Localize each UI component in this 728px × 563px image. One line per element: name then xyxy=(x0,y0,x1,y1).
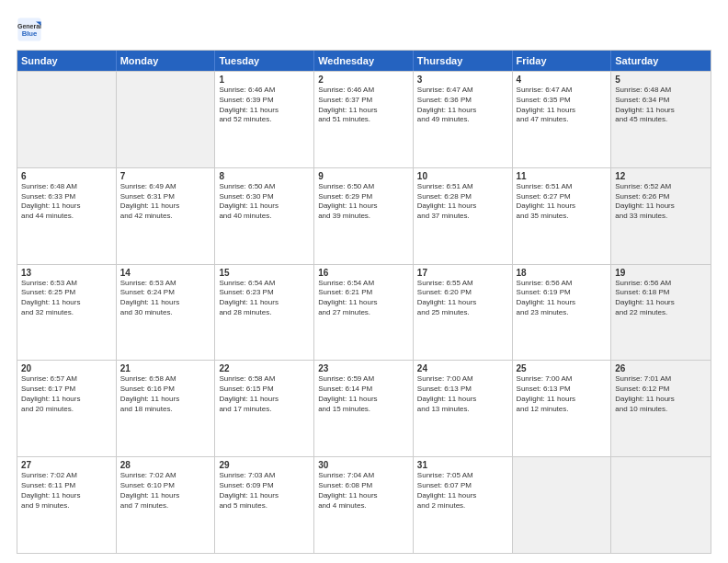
day-info: Sunrise: 6:48 AM Sunset: 6:34 PM Dayligh… xyxy=(615,86,707,125)
calendar-cell: 29Sunrise: 7:03 AM Sunset: 6:09 PM Dayli… xyxy=(215,457,314,553)
calendar-cell: 23Sunrise: 6:59 AM Sunset: 6:14 PM Dayli… xyxy=(314,361,414,456)
calendar-cell: 22Sunrise: 6:58 AM Sunset: 6:15 PM Dayli… xyxy=(215,361,314,456)
calendar-header-cell: Thursday xyxy=(414,51,513,71)
calendar-cell: 8Sunrise: 6:50 AM Sunset: 6:30 PM Daylig… xyxy=(215,168,314,264)
calendar: SundayMondayTuesdayWednesdayThursdayFrid… xyxy=(17,50,711,554)
day-number: 8 xyxy=(219,171,310,181)
day-number: 1 xyxy=(219,75,310,85)
calendar-cell: 9Sunrise: 6:50 AM Sunset: 6:29 PM Daylig… xyxy=(314,168,414,264)
calendar-cell: 27Sunrise: 7:02 AM Sunset: 6:11 PM Dayli… xyxy=(17,457,117,553)
page: General Blue SundayMondayTuesdayWednesda… xyxy=(0,0,728,563)
day-number: 16 xyxy=(318,268,409,278)
day-info: Sunrise: 7:00 AM Sunset: 6:13 PM Dayligh… xyxy=(417,374,508,414)
day-info: Sunrise: 6:55 AM Sunset: 6:20 PM Dayligh… xyxy=(417,279,508,318)
calendar-header-cell: Friday xyxy=(513,51,612,71)
calendar-cell: 21Sunrise: 6:58 AM Sunset: 6:16 PM Dayli… xyxy=(117,361,216,456)
day-info: Sunrise: 7:02 AM Sunset: 6:11 PM Dayligh… xyxy=(21,471,112,511)
day-number: 21 xyxy=(120,363,211,373)
calendar-cell: 18Sunrise: 6:56 AM Sunset: 6:19 PM Dayli… xyxy=(513,265,612,361)
calendar-header-cell: Saturday xyxy=(611,51,711,71)
calendar-week-row: 27Sunrise: 7:02 AM Sunset: 6:11 PM Dayli… xyxy=(17,456,711,553)
day-info: Sunrise: 7:01 AM Sunset: 6:12 PM Dayligh… xyxy=(615,374,707,414)
logo-icon: General Blue xyxy=(17,17,42,42)
day-info: Sunrise: 6:53 AM Sunset: 6:24 PM Dayligh… xyxy=(120,279,211,318)
calendar-header-cell: Sunday xyxy=(17,51,117,71)
calendar-cell: 13Sunrise: 6:53 AM Sunset: 6:25 PM Dayli… xyxy=(17,265,117,361)
day-number: 11 xyxy=(517,171,608,181)
day-number: 30 xyxy=(318,460,409,470)
day-number: 2 xyxy=(318,75,409,85)
day-number: 12 xyxy=(615,171,707,181)
day-number: 15 xyxy=(219,268,310,278)
calendar-cell: 19Sunrise: 6:56 AM Sunset: 6:18 PM Dayli… xyxy=(611,265,711,361)
calendar-cell: 17Sunrise: 6:55 AM Sunset: 6:20 PM Dayli… xyxy=(414,265,513,361)
day-info: Sunrise: 6:53 AM Sunset: 6:25 PM Dayligh… xyxy=(21,279,112,318)
day-info: Sunrise: 6:50 AM Sunset: 6:30 PM Dayligh… xyxy=(219,182,310,222)
calendar-cell: 12Sunrise: 6:52 AM Sunset: 6:26 PM Dayli… xyxy=(611,168,711,264)
day-info: Sunrise: 6:58 AM Sunset: 6:15 PM Dayligh… xyxy=(219,374,310,414)
calendar-cell xyxy=(611,457,711,553)
day-number: 4 xyxy=(517,75,608,85)
day-info: Sunrise: 6:50 AM Sunset: 6:29 PM Dayligh… xyxy=(318,182,409,222)
day-number: 31 xyxy=(417,460,508,470)
calendar-cell: 16Sunrise: 6:54 AM Sunset: 6:21 PM Dayli… xyxy=(314,265,414,361)
day-info: Sunrise: 6:46 AM Sunset: 6:37 PM Dayligh… xyxy=(318,86,409,125)
day-info: Sunrise: 6:52 AM Sunset: 6:26 PM Dayligh… xyxy=(615,182,707,222)
day-info: Sunrise: 7:00 AM Sunset: 6:13 PM Dayligh… xyxy=(517,374,608,414)
day-info: Sunrise: 7:03 AM Sunset: 6:09 PM Dayligh… xyxy=(219,471,310,511)
calendar-cell xyxy=(17,72,117,167)
calendar-header-cell: Tuesday xyxy=(215,51,314,71)
calendar-cell: 15Sunrise: 6:54 AM Sunset: 6:23 PM Dayli… xyxy=(215,265,314,361)
calendar-header-cell: Monday xyxy=(117,51,216,71)
calendar-cell: 4Sunrise: 6:47 AM Sunset: 6:35 PM Daylig… xyxy=(513,72,612,167)
calendar-body: 1Sunrise: 6:46 AM Sunset: 6:39 PM Daylig… xyxy=(17,71,711,553)
day-info: Sunrise: 6:54 AM Sunset: 6:21 PM Dayligh… xyxy=(318,279,409,318)
day-info: Sunrise: 6:51 AM Sunset: 6:27 PM Dayligh… xyxy=(517,182,608,222)
day-number: 19 xyxy=(615,268,707,278)
calendar-cell xyxy=(513,457,612,553)
logo: General Blue xyxy=(17,17,42,42)
day-number: 25 xyxy=(517,363,608,373)
calendar-cell: 28Sunrise: 7:02 AM Sunset: 6:10 PM Dayli… xyxy=(117,457,216,553)
day-number: 29 xyxy=(219,460,310,470)
day-number: 9 xyxy=(318,171,409,181)
calendar-cell: 30Sunrise: 7:04 AM Sunset: 6:08 PM Dayli… xyxy=(314,457,414,553)
day-info: Sunrise: 6:54 AM Sunset: 6:23 PM Dayligh… xyxy=(219,279,310,318)
day-info: Sunrise: 6:49 AM Sunset: 6:31 PM Dayligh… xyxy=(120,182,211,222)
calendar-header-cell: Wednesday xyxy=(314,51,414,71)
day-number: 20 xyxy=(21,363,112,373)
day-info: Sunrise: 6:59 AM Sunset: 6:14 PM Dayligh… xyxy=(318,374,409,414)
calendar-header-row: SundayMondayTuesdayWednesdayThursdayFrid… xyxy=(17,51,711,71)
day-number: 27 xyxy=(21,460,112,470)
day-info: Sunrise: 6:46 AM Sunset: 6:39 PM Dayligh… xyxy=(219,86,310,125)
day-info: Sunrise: 6:51 AM Sunset: 6:28 PM Dayligh… xyxy=(417,182,508,222)
day-number: 23 xyxy=(318,363,409,373)
day-info: Sunrise: 7:04 AM Sunset: 6:08 PM Dayligh… xyxy=(318,471,409,511)
day-info: Sunrise: 7:05 AM Sunset: 6:07 PM Dayligh… xyxy=(417,471,508,511)
day-number: 7 xyxy=(120,171,211,181)
day-info: Sunrise: 7:02 AM Sunset: 6:10 PM Dayligh… xyxy=(120,471,211,511)
day-number: 5 xyxy=(615,75,707,85)
calendar-week-row: 6Sunrise: 6:48 AM Sunset: 6:33 PM Daylig… xyxy=(17,167,711,264)
calendar-cell: 24Sunrise: 7:00 AM Sunset: 6:13 PM Dayli… xyxy=(414,361,513,456)
day-number: 22 xyxy=(219,363,310,373)
day-number: 26 xyxy=(615,363,707,373)
calendar-cell: 1Sunrise: 6:46 AM Sunset: 6:39 PM Daylig… xyxy=(215,72,314,167)
day-number: 13 xyxy=(21,268,112,278)
calendar-cell: 6Sunrise: 6:48 AM Sunset: 6:33 PM Daylig… xyxy=(17,168,117,264)
calendar-cell: 2Sunrise: 6:46 AM Sunset: 6:37 PM Daylig… xyxy=(314,72,414,167)
day-info: Sunrise: 6:58 AM Sunset: 6:16 PM Dayligh… xyxy=(120,374,211,414)
day-info: Sunrise: 6:48 AM Sunset: 6:33 PM Dayligh… xyxy=(21,182,112,222)
calendar-cell: 10Sunrise: 6:51 AM Sunset: 6:28 PM Dayli… xyxy=(414,168,513,264)
svg-text:General: General xyxy=(17,23,41,29)
calendar-cell: 20Sunrise: 6:57 AM Sunset: 6:17 PM Dayli… xyxy=(17,361,117,456)
calendar-cell: 25Sunrise: 7:00 AM Sunset: 6:13 PM Dayli… xyxy=(513,361,612,456)
day-info: Sunrise: 6:56 AM Sunset: 6:18 PM Dayligh… xyxy=(615,279,707,318)
day-number: 28 xyxy=(120,460,211,470)
calendar-week-row: 20Sunrise: 6:57 AM Sunset: 6:17 PM Dayli… xyxy=(17,360,711,456)
calendar-cell: 26Sunrise: 7:01 AM Sunset: 6:12 PM Dayli… xyxy=(611,361,711,456)
day-info: Sunrise: 6:47 AM Sunset: 6:36 PM Dayligh… xyxy=(417,86,508,125)
day-info: Sunrise: 6:56 AM Sunset: 6:19 PM Dayligh… xyxy=(517,279,608,318)
day-number: 10 xyxy=(417,171,508,181)
calendar-cell xyxy=(117,72,216,167)
